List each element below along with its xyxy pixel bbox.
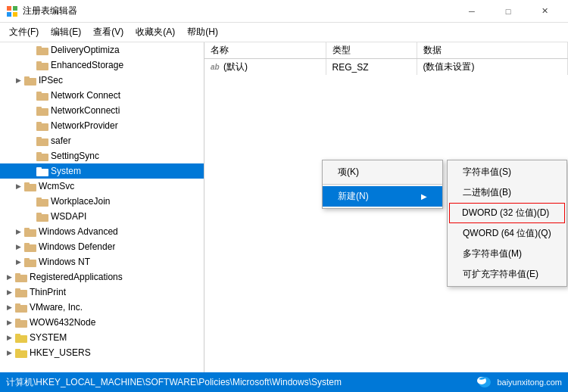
submenu-item-expandstring[interactable]: 可扩充字符串值(E)	[448, 264, 566, 285]
submenu-item-qword[interactable]: QWORD (64 位值)(Q)	[448, 223, 566, 244]
tree-item-workplacejoin[interactable]: WorkplaceJoin	[0, 194, 204, 209]
submenu-item-string[interactable]: 字符串值(S)	[448, 162, 566, 182]
submenu-item-multistring[interactable]: 多字符串值(M)	[448, 244, 566, 264]
ctx-separator	[323, 184, 442, 185]
expander: ▶	[12, 74, 24, 86]
tree-item-windowsdefender[interactable]: ▶ Windows Defender	[0, 239, 204, 254]
svg-rect-15	[36, 122, 42, 124]
svg-rect-41	[15, 319, 20, 321]
tree-item-wow6432node[interactable]: ▶ WOW6432Node	[0, 315, 204, 330]
svg-rect-23	[24, 182, 30, 185]
svg-rect-26	[36, 214, 48, 222]
expander: ▶	[3, 331, 15, 344]
expander	[24, 165, 36, 177]
menu-bar: 文件(F) 编辑(E) 查看(V) 收藏夹(A) 帮助(H)	[0, 23, 568, 42]
menu-help[interactable]: 帮助(H)	[181, 23, 224, 42]
svg-rect-7	[36, 61, 42, 64]
tree-label: Windows Advanced	[39, 226, 118, 237]
tree-item-safer[interactable]: safer	[0, 133, 204, 148]
expander	[24, 135, 36, 147]
svg-rect-30	[24, 244, 36, 252]
submenu-item-dword[interactable]: DWORD (32 位值)(D)	[449, 203, 565, 223]
svg-rect-40	[15, 320, 27, 328]
tree-item-system[interactable]: System	[0, 163, 204, 179]
expander: ▶	[12, 256, 24, 268]
submenu-label: 字符串值(S)	[463, 166, 511, 179]
expander	[24, 195, 36, 207]
tree-label: Windows Defender	[39, 241, 115, 252]
ctx-item-label: 新建(N)	[338, 190, 369, 203]
tree-label: DeliveryOptimiza	[51, 45, 120, 55]
ctx-item-label: 项(K)	[338, 166, 359, 179]
submenu-item-binary[interactable]: 二进制值(B)	[448, 182, 566, 203]
menu-view[interactable]: 查看(V)	[87, 23, 130, 42]
menu-file[interactable]: 文件(F)	[3, 23, 45, 42]
close-button[interactable]: ✕	[527, 0, 562, 23]
ctx-item-new[interactable]: 新建(N) ▶	[323, 186, 442, 207]
tree-scroll-area[interactable]: DeliveryOptimiza EnhancedStorage ▶ IPSec	[0, 42, 204, 372]
tree-item-ipsec[interactable]: ▶ IPSec	[0, 73, 204, 88]
tree-label: WOW6432Node	[30, 317, 95, 328]
tree-item-windowsadvanced[interactable]: ▶ Windows Advanced	[0, 224, 204, 239]
main-container: DeliveryOptimiza EnhancedStorage ▶ IPSec	[0, 42, 568, 372]
folder-icon	[36, 211, 48, 222]
tree-item-networkconnect[interactable]: Network Connect	[0, 88, 204, 103]
submenu-label: QWORD (64 位值)(Q)	[463, 227, 551, 240]
title-bar: 注册表编辑器 ─ □ ✕	[0, 0, 568, 23]
svg-rect-17	[36, 137, 42, 139]
folder-icon	[36, 151, 48, 161]
expander	[24, 104, 36, 117]
svg-rect-19	[36, 152, 42, 154]
submenu-label: DWORD (32 位值)(D)	[462, 207, 549, 219]
minimize-button[interactable]: ─	[454, 0, 489, 23]
maximize-button[interactable]: □	[491, 0, 526, 23]
expander: ▶	[12, 180, 24, 192]
submenu-label: 可扩充字符串值(E)	[463, 268, 538, 281]
folder-icon	[36, 135, 48, 146]
svg-rect-13	[36, 107, 42, 109]
tree-label: WcmSvc	[39, 181, 74, 191]
status-path: 计算机\HKEY_LOCAL_MACHINE\SOFTWARE\Policies…	[6, 376, 342, 389]
tree-item-vmware[interactable]: ▶ VMware, Inc.	[0, 300, 204, 315]
app-icon	[6, 5, 18, 17]
tree-item-wsdapi[interactable]: WSDAPI	[0, 209, 204, 224]
tree-item-networkconnecti[interactable]: NetworkConnecti	[0, 103, 204, 118]
menu-edit[interactable]: 编辑(E)	[45, 23, 87, 42]
folder-icon	[24, 257, 36, 267]
tree-label: Windows NT	[39, 257, 90, 267]
folder-icon	[36, 60, 48, 70]
svg-rect-34	[15, 275, 27, 282]
svg-rect-3	[13, 12, 17, 17]
svg-rect-35	[15, 273, 20, 275]
tree-item-hkeyusers[interactable]: ▶ HKEY_USERS	[0, 345, 204, 360]
svg-rect-16	[36, 138, 48, 146]
svg-rect-37	[15, 288, 20, 291]
tree-item-settingsync[interactable]: SettingSync	[0, 148, 204, 163]
tree-label: safer	[51, 135, 71, 146]
folder-icon	[36, 120, 48, 131]
right-panel: 名称 类型 数据 ab (默认) REG_SZ (数值未设置)	[204, 42, 568, 372]
tree-label: SYSTEM	[30, 332, 67, 343]
folder-icon	[36, 105, 48, 116]
tree-item-thinprint[interactable]: ▶ ThinPrint	[0, 285, 204, 300]
tree-item-wcmsvc[interactable]: ▶ WcmSvc	[0, 179, 204, 194]
svg-rect-31	[24, 243, 30, 245]
tree-item-enhancedstorage[interactable]: EnhancedStorage	[0, 58, 204, 73]
tree-item-networkprovider[interactable]: NetworkProvider	[0, 118, 204, 133]
context-menu-overlay: 项(K) 新建(N) ▶ 字符串值(S) 二进制值(B) DWORD (32 位…	[204, 42, 568, 372]
tree-item-registeredapps[interactable]: ▶ RegisteredApplications	[0, 269, 204, 285]
tree-label: NetworkProvider	[51, 120, 118, 131]
tree-item-windowsnt[interactable]: ▶ Windows NT	[0, 254, 204, 269]
expander	[24, 44, 36, 56]
menu-favorites[interactable]: 收藏夹(A)	[130, 23, 181, 42]
tree-label: EnhancedStorage	[51, 60, 123, 70]
svg-rect-2	[7, 12, 11, 17]
tree-item-system-hive[interactable]: ▶ SYSTEM	[0, 330, 204, 345]
ctx-item-xin-jian[interactable]: 项(K)	[323, 162, 442, 182]
svg-rect-18	[36, 154, 48, 161]
svg-rect-28	[24, 229, 36, 237]
tree-item-deliveryoptimiza[interactable]: DeliveryOptimiza	[0, 42, 204, 58]
tree-label: WSDAPI	[51, 211, 86, 222]
expander: ▶	[3, 286, 15, 298]
svg-rect-45	[15, 349, 20, 351]
